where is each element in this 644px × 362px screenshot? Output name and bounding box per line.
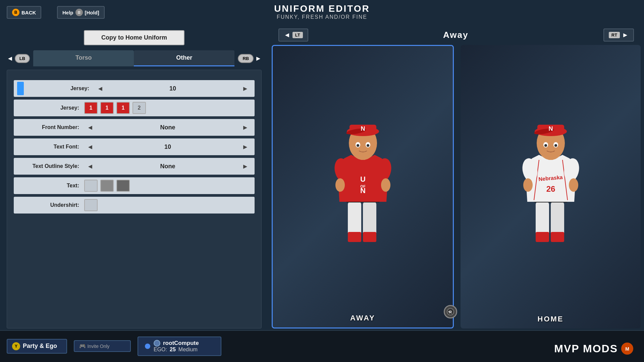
- svg-text:N: N: [361, 125, 365, 132]
- svg-point-11: [381, 178, 390, 192]
- away-player-svg: U OF N: [326, 115, 400, 259]
- user-area: rootCompute EGO: 25 Medium: [138, 337, 221, 356]
- text-row: Text:: [14, 177, 255, 194]
- left-arrow-icon: ◄: [284, 31, 290, 39]
- tab-torso[interactable]: Torso: [33, 50, 134, 66]
- ego-value: 25: [170, 347, 176, 353]
- party-ego-section: Y Party & Ego: [7, 339, 67, 354]
- text-outline-next-button[interactable]: ►: [239, 163, 251, 170]
- left-panel: Copy to Home Uniform ◄ LB Torso Other RB…: [0, 25, 268, 328]
- mvp-text: MVP MODS: [554, 343, 618, 355]
- header: B BACK Help ☰ [Hold] UNIFORM EDITOR FUNK…: [0, 0, 644, 23]
- tab-other[interactable]: Other: [134, 50, 234, 66]
- jersey-value: 10: [109, 85, 236, 92]
- front-number-next-button[interactable]: ►: [239, 124, 251, 131]
- jersey-swatches: 1 1 1 2: [84, 102, 251, 114]
- menu-icon: ☰: [75, 9, 83, 16]
- text-font-value: 10: [99, 143, 236, 150]
- home-figure: Nebraska 26: [461, 45, 641, 328]
- jersey-swatch-4[interactable]: 2: [132, 102, 146, 114]
- lb-button[interactable]: LB: [15, 54, 30, 63]
- text-swatch-2[interactable]: [100, 180, 114, 192]
- tabs: Torso Other: [33, 50, 234, 66]
- editor-subtitle: FUNKY, FRESH AND/OR FINE: [274, 14, 370, 20]
- svg-point-36: [523, 178, 533, 192]
- text-font-label: Text Font:: [17, 144, 84, 150]
- svg-text:U: U: [360, 175, 366, 183]
- jersey-color-indicator[interactable]: [17, 82, 24, 95]
- text-outline-row: Text Outline Style: ◄ None ►: [14, 158, 255, 175]
- prev-uniform-button[interactable]: ◄ LT: [278, 28, 308, 42]
- svg-point-46: [544, 144, 547, 147]
- text-font-row: Text Font: ◄ 10 ►: [14, 138, 255, 155]
- copy-btn-area: Copy to Home Uniform: [7, 25, 262, 50]
- text-outline-label: Text Outline Style:: [17, 163, 84, 169]
- rb-button[interactable]: RB: [238, 54, 254, 63]
- mvpmods-logo: MVP MODS M: [554, 342, 634, 355]
- back-button[interactable]: B BACK: [7, 6, 41, 19]
- away-uniform-card[interactable]: U OF N: [272, 45, 454, 328]
- undershirt-swatch-1[interactable]: [84, 199, 98, 211]
- y-button-icon[interactable]: Y: [12, 342, 20, 350]
- undershirt-swatches: [84, 199, 251, 211]
- tab-right-arrow[interactable]: ►: [255, 55, 262, 62]
- ego-tier: Medium: [178, 347, 198, 353]
- tabs-area: ◄ LB Torso Other RB ►: [7, 50, 262, 66]
- help-button[interactable]: Help ☰ [Hold]: [57, 6, 105, 19]
- text-outline-control: ◄ None ►: [84, 163, 251, 170]
- help-label: Help: [62, 10, 73, 15]
- jersey-next-button[interactable]: ►: [239, 85, 251, 93]
- tab-left-arrow[interactable]: ◄: [7, 55, 13, 62]
- svg-rect-2: [348, 232, 361, 242]
- svg-rect-27: [536, 232, 549, 242]
- undershirt-label: Undershirt:: [17, 202, 84, 208]
- tab-nav-left: ◄ LB: [7, 54, 30, 63]
- text-swatch-3[interactable]: [116, 180, 130, 192]
- user-avatar: [154, 340, 160, 347]
- text-outline-value: None: [99, 163, 236, 170]
- svg-rect-28: [551, 232, 564, 242]
- text-swatches: [84, 180, 251, 192]
- svg-text:N: N: [548, 125, 553, 132]
- controller-icon: 🎮: [79, 343, 86, 349]
- copy-to-home-button[interactable]: Copy to Home Uniform: [84, 30, 184, 45]
- text-label: Text:: [17, 183, 84, 189]
- next-uniform-button[interactable]: RT ►: [603, 28, 634, 42]
- jersey-swatch-3[interactable]: 1: [116, 102, 130, 114]
- home-uniform-card[interactable]: Nebraska 26: [461, 45, 641, 328]
- svg-text:M: M: [625, 346, 629, 352]
- invite-section: 🎮 Invite Only: [74, 340, 131, 352]
- online-indicator: [145, 344, 150, 349]
- jersey-prev-button[interactable]: ◄: [94, 85, 106, 93]
- uniform-type-label: Away: [443, 30, 468, 40]
- away-label: AWAY: [350, 314, 375, 322]
- r-button-icon: R: [447, 308, 454, 315]
- text-font-prev-button[interactable]: ◄: [84, 143, 96, 151]
- text-swatch-1[interactable]: [84, 180, 98, 192]
- svg-point-47: [554, 144, 557, 147]
- ego-label: EGO:: [154, 347, 167, 353]
- svg-text:N: N: [360, 186, 366, 195]
- undershirt-row: Undershirt:: [14, 197, 255, 214]
- text-font-next-button[interactable]: ►: [239, 143, 251, 151]
- jersey-num-row: Jersey: 1 1 1 2: [14, 100, 255, 116]
- uniform-header: ◄ LT Away RT ►: [272, 25, 641, 45]
- back-label: BACK: [21, 10, 36, 15]
- right-panel: ◄ LT Away RT ►: [268, 25, 644, 328]
- away-figure: U OF N: [273, 46, 453, 327]
- jersey-control: ◄ 10 ►: [94, 85, 251, 93]
- front-number-prev-button[interactable]: ◄: [84, 124, 96, 131]
- svg-text:26: 26: [546, 184, 555, 193]
- jersey-swatch-1[interactable]: 1: [84, 102, 98, 114]
- home-player-svg: Nebraska 26: [514, 115, 588, 259]
- main-container: Copy to Home Uniform ◄ LB Torso Other RB…: [0, 25, 644, 328]
- party-ego-label: Party & Ego: [23, 343, 57, 350]
- svg-point-37: [569, 178, 578, 192]
- jersey-swatch-2[interactable]: 1: [100, 102, 114, 114]
- lt-label: LT: [292, 32, 303, 38]
- jersey-row: Jersey: ◄ 10 ►: [14, 80, 255, 97]
- r-button[interactable]: R: [444, 305, 457, 318]
- svg-point-21: [367, 144, 369, 147]
- text-outline-prev-button[interactable]: ◄: [84, 163, 96, 170]
- mvpmods-icon: M: [621, 342, 634, 355]
